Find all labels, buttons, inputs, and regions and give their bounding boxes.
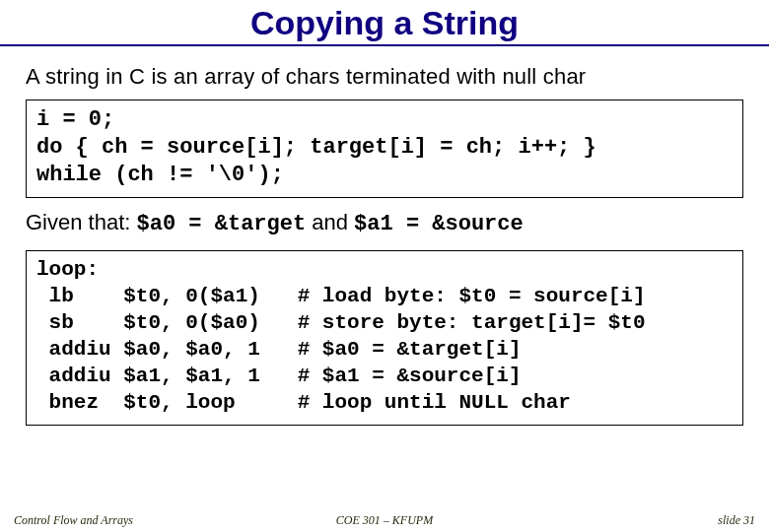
footer-left: Control Flow and Arrays: [14, 513, 261, 528]
given-prefix: Given that:: [26, 210, 137, 234]
given-line: Given that: $a0 = &target and $a1 = &sou…: [26, 210, 743, 236]
c-code-box: i = 0; do { ch = source[i]; target[i] = …: [26, 100, 743, 198]
asm-code-box: loop: lb $t0, 0($a1) # load byte: $t0 = …: [26, 250, 743, 425]
slide-title: Copying a String: [0, 4, 769, 42]
given-a0: $a0 = &target: [137, 212, 307, 236]
footer-center: COE 301 – KFUPM: [261, 513, 509, 528]
title-bar: Copying a String: [0, 0, 769, 46]
given-mid: and: [306, 210, 354, 234]
asm-code: loop: lb $t0, 0($a1) # load byte: $t0 = …: [36, 257, 733, 416]
c-code: i = 0; do { ch = source[i]; target[i] = …: [36, 106, 733, 189]
slide: Copying a String A string in C is an arr…: [0, 0, 769, 532]
footer-right: slide 31: [508, 513, 755, 528]
slide-body: A string in C is an array of chars termi…: [0, 46, 769, 426]
given-a1: $a1 = &source: [354, 212, 524, 236]
lead-text: A string in C is an array of chars termi…: [26, 64, 743, 90]
footer: Control Flow and Arrays COE 301 – KFUPM …: [0, 513, 769, 528]
